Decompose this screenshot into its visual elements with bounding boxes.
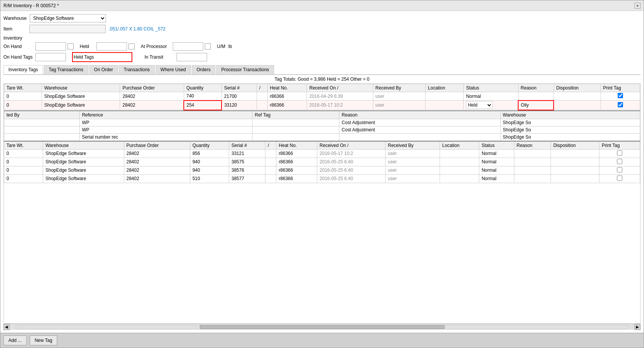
new-tag-button[interactable]: New Tag [30,335,57,345]
cell-disposition [551,149,599,158]
cell-print-tag[interactable] [599,158,640,166]
cell-reason [514,158,551,166]
cell-reason: Cost Adjustment [339,119,500,126]
warehouse-select[interactable]: ShopEdge Software [30,14,106,22]
tab-where-used[interactable]: Where Used [156,65,191,74]
horizontal-scrollbar[interactable]: ◀ ▶ [3,324,641,330]
col-ted-by: ted By [4,111,80,119]
cell-slash [265,149,276,158]
on-hand-tags-input[interactable]: 3,986 [35,53,66,61]
cell-reason [514,174,551,183]
cell-received-on: 2016-05-25 6:40 [317,158,385,166]
um-value: lb [228,44,232,49]
cell-warehouse: ShopEdge Software [43,158,124,166]
held-checkbox[interactable] [128,43,135,49]
scroll-right-arrow[interactable]: ▶ [634,324,641,330]
cell-warehouse: ShopEdge So [500,119,640,126]
cell-quantity: 940 [190,158,229,166]
scroll-track[interactable] [16,325,628,329]
print-tag-checkbox[interactable] [618,102,623,107]
col-reason-upper: Reason [518,84,554,92]
in-transit-field: In Transit 0 [138,53,207,61]
cell-tare-wt: 0 [4,149,43,158]
table-container[interactable]: Tare Wt. Warehouse Purchase Order Quanti… [3,84,641,324]
cell-quantity: 940 [190,166,229,174]
bottom-bar: Add ... New Tag [0,333,644,348]
cell-purchase-order: 28402 [120,92,184,101]
tab-processor-transactions[interactable]: Processor Transactions [216,65,274,74]
in-transit-label: In Transit [145,54,175,60]
cell-disposition [551,158,599,166]
cell-warehouse: ShopEdge Software [43,174,124,183]
col-serial-upper: Serial # [222,84,257,92]
cell-print-tag[interactable] [599,174,640,183]
cell-received-by: user [385,174,440,183]
cell-heat-no: r86366 [276,174,317,183]
cell-tare-wt: 0 [4,158,43,166]
tab-inventory-tags[interactable]: Inventory Tags [3,65,43,74]
col-print-tag-upper: Print Tag [601,84,640,92]
table-row: 0 ShopEdge Software 28402 940 38576 r863… [4,166,640,174]
close-button[interactable]: × [634,3,641,9]
in-transit-input[interactable]: 0 [177,53,207,61]
window-title: R/M Inventory - R 000572 * [3,3,59,8]
warehouse-label: Warehouse [3,16,27,21]
cell-heat-no: r86366 [276,149,317,158]
lower-table: Tare Wt. Warehouse Purchase Order Quanti… [4,141,640,183]
at-processor-checkbox[interactable] [205,43,211,49]
cell-serial: 38577 [229,174,265,183]
tab-transactions[interactable]: Transactions [119,65,155,74]
at-processor-input[interactable]: 0 [173,42,203,51]
cell-received-on: 2016-05-17 10:2 [317,149,385,158]
col-quantity-lower: Quantity [190,141,229,150]
cell-print-tag[interactable] [599,166,640,174]
print-tag-checkbox[interactable] [617,159,622,164]
warehouse-row: Warehouse ShopEdge Software [3,14,641,22]
cell-status[interactable]: Held Normal [464,101,518,110]
tab-orders[interactable]: Orders [192,65,216,74]
print-tag-checkbox[interactable] [617,150,622,156]
add-button[interactable]: Add ... [3,335,27,345]
cell-status: Normal [479,166,514,174]
cell-warehouse: ShopEdge Software [42,92,120,101]
tab-on-order[interactable]: On Order [89,65,118,74]
scroll-thumb[interactable] [200,325,445,329]
print-tag-checkbox[interactable] [618,93,623,98]
on-hand-tags-field: On Hand Tags 3,986 [3,53,66,61]
cell-status: Normal [464,92,518,101]
cell-purchase-order: 28402 [124,166,190,174]
cell-serial: 38575 [229,158,265,166]
held-tags-input[interactable]: 254 [101,53,132,61]
cell-reason [518,92,554,101]
cell-reason [514,166,551,174]
main-window: R/M Inventory - R 000572 * × Warehouse S… [0,0,644,348]
item-row: Item R 000572 .051/.057 X 1.80 COIL _572 [3,25,641,33]
held-input[interactable]: 0 [96,42,127,51]
col-warehouse-lower: Warehouse [43,141,124,150]
cell-ref-tag [252,126,339,133]
cell-heat-no: r86366 [267,101,307,110]
cell-reason [339,133,500,140]
table-row: 0 ShopEdge Software 28402 740 21700 r863… [4,92,640,101]
inventory-row-1: On Hand 3,666 Held 0 At Processor 0 [3,42,641,51]
cell-print-tag[interactable] [601,101,640,110]
on-hand-input[interactable]: 3,666 [35,42,66,51]
tab-tag-transactions[interactable]: Tag Transactions [44,65,88,74]
status-select[interactable]: Held Normal [466,101,493,109]
print-tag-checkbox[interactable] [617,176,622,181]
cell-print-tag[interactable] [599,149,640,158]
print-tag-checkbox[interactable] [617,167,622,172]
col-status-upper: Status [464,84,518,92]
cell-serial: 38576 [229,166,265,174]
col-location-upper: Location [426,84,464,92]
cell-location [440,166,479,174]
cell-heat-no: r86366 [276,158,317,166]
scroll-left-arrow[interactable]: ◀ [3,324,10,330]
cell-warehouse: ShopEdge Software [42,101,120,110]
cell-quantity: 254 [184,101,222,110]
um-field: U/M lb [217,44,232,49]
col-purchase-order-upper: Purchase Order [120,84,184,92]
cell-print-tag[interactable] [601,92,640,101]
on-hand-checkbox[interactable] [67,43,74,49]
item-label: Item [3,26,26,32]
